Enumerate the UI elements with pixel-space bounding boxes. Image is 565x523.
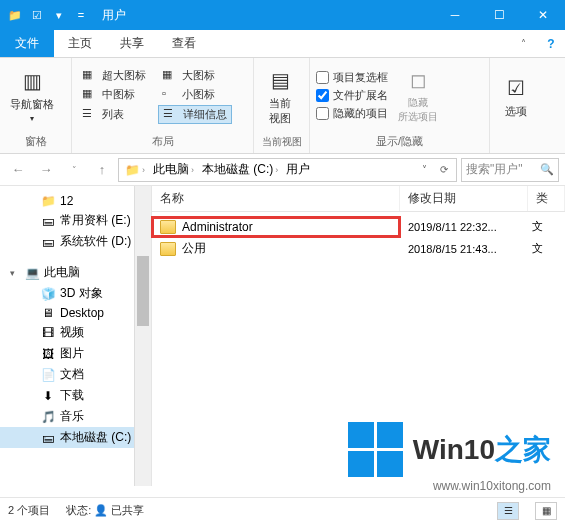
- hide-icon: ◻: [402, 66, 434, 94]
- ribbon-group-options: ☑ 选项: [490, 58, 565, 153]
- minimize-button[interactable]: ─: [433, 0, 477, 30]
- folder-icon: 📁: [6, 6, 24, 24]
- tree-item[interactable]: 🎵音乐: [0, 406, 151, 427]
- tree-item-label: 文档: [60, 366, 84, 383]
- hide-selected-button[interactable]: ◻ 隐藏 所选项目: [394, 64, 442, 126]
- file-name: 公用: [182, 240, 206, 257]
- current-view-icon: ▤: [264, 66, 296, 94]
- qat-divider: ▾: [50, 6, 68, 24]
- layout-medium[interactable]: ▦中图标: [78, 86, 150, 103]
- view-details-button[interactable]: ☰: [497, 502, 519, 520]
- table-row[interactable]: 公用2018/8/15 21:43...文: [152, 237, 565, 260]
- tree-item[interactable]: 📄文档: [0, 364, 151, 385]
- tree-item[interactable]: 🖴本地磁盘 (C:): [0, 427, 151, 448]
- current-view-button[interactable]: ▤ 当前 视图: [260, 64, 300, 128]
- refresh-button[interactable]: ⟳: [434, 164, 454, 175]
- address-bar: ← → ˅ ↑ 📁› 此电脑› 本地磁盘 (C:)› 用户 ˅ ⟳ 搜索"用户"…: [0, 154, 565, 186]
- ribbon-collapse-button[interactable]: ˄: [509, 30, 537, 57]
- tree-item[interactable]: 🎞视频: [0, 322, 151, 343]
- pictures-icon: 🖼: [40, 347, 56, 361]
- breadcrumb-root-icon[interactable]: 📁›: [121, 163, 149, 177]
- tree-item-label: Desktop: [60, 306, 104, 320]
- up-button[interactable]: ↑: [90, 158, 114, 182]
- tree-item-label: 系统软件 (D:): [60, 233, 131, 250]
- tree-item-label: 图片: [60, 345, 84, 362]
- window-title: 用户: [96, 7, 433, 24]
- drive-icon: 🖴: [40, 214, 56, 228]
- search-icon: 🔍: [540, 163, 554, 176]
- tree-item-label: 3D 对象: [60, 285, 103, 302]
- downloads-icon: ⬇: [40, 389, 56, 403]
- tree-scrollbar[interactable]: [134, 186, 151, 486]
- extra-large-icon: ▦: [82, 68, 98, 82]
- history-dropdown[interactable]: ˅: [62, 158, 86, 182]
- nav-pane-button[interactable]: ▥ 导航窗格 ▾: [6, 65, 58, 125]
- docs-icon: 📄: [40, 368, 56, 382]
- layout-list[interactable]: ☰列表: [78, 105, 150, 124]
- col-date[interactable]: 修改日期: [400, 186, 528, 211]
- tree-item-label: 视频: [60, 324, 84, 341]
- medium-icon: ▦: [82, 87, 98, 101]
- tree-item[interactable]: ⬇下载: [0, 385, 151, 406]
- tree-item[interactable]: 📁12: [0, 192, 151, 210]
- ribbon-group-layout: ▦超大图标 ▦大图标 ▦中图标 ▫小图标 ☰列表 ☰详细信息 布局: [72, 58, 254, 153]
- folder-icon: [160, 242, 176, 256]
- folder-icon: [160, 220, 176, 234]
- drive-icon: 🖴: [40, 235, 56, 249]
- checkbox-icon[interactable]: ☑: [28, 6, 46, 24]
- group-label-current-view: 当前视图: [254, 133, 309, 153]
- chk-hidden-items[interactable]: 隐藏的项目: [316, 106, 388, 121]
- title-bar: 📁 ☑ ▾ = 用户 ─ ☐ ✕: [0, 0, 565, 30]
- tree-item[interactable]: 🧊3D 对象: [0, 283, 151, 304]
- tree-item[interactable]: 🖴常用资料 (E:): [0, 210, 151, 231]
- ribbon-group-showhide: 项目复选框 文件扩展名 隐藏的项目 ◻ 隐藏 所选项目 显示/隐藏: [310, 58, 490, 153]
- chk-file-extensions[interactable]: 文件扩展名: [316, 88, 388, 103]
- list-icon: ☰: [82, 107, 98, 121]
- maximize-button[interactable]: ☐: [477, 0, 521, 30]
- file-list: 名称 修改日期 类 Administrator2019/8/11 22:32..…: [152, 186, 565, 486]
- tab-share[interactable]: 共享: [106, 30, 158, 57]
- layout-large[interactable]: ▦大图标: [158, 67, 232, 84]
- tab-home[interactable]: 主页: [54, 30, 106, 57]
- tree-item-label: 12: [60, 194, 73, 208]
- help-button[interactable]: ?: [537, 30, 565, 57]
- breadcrumb-seg-2[interactable]: 用户: [282, 161, 314, 178]
- forward-button[interactable]: →: [34, 158, 58, 182]
- col-name[interactable]: 名称: [152, 186, 400, 211]
- ribbon-group-current-view: ▤ 当前 视图 当前视图: [254, 58, 310, 153]
- tree-item[interactable]: 🖼图片: [0, 343, 151, 364]
- 3d-icon: 🧊: [40, 287, 56, 301]
- back-button[interactable]: ←: [6, 158, 30, 182]
- breadcrumb[interactable]: 📁› 此电脑› 本地磁盘 (C:)› 用户 ˅ ⟳: [118, 158, 457, 182]
- content-area: 📁12🖴常用资料 (E:)🖴系统软件 (D:)▾💻此电脑🧊3D 对象🖥Deskt…: [0, 186, 565, 486]
- tree-twisty[interactable]: ▾: [10, 268, 20, 278]
- large-icon: ▦: [162, 68, 178, 82]
- ribbon: ▥ 导航窗格 ▾ 窗格 ▦超大图标 ▦大图标 ▦中图标 ▫小图标 ☰列表 ☰详细…: [0, 58, 565, 154]
- breadcrumb-dropdown[interactable]: ˅: [414, 164, 434, 175]
- col-type[interactable]: 类: [528, 186, 565, 211]
- tab-file[interactable]: 文件: [0, 30, 54, 57]
- search-input[interactable]: 搜索"用户" 🔍: [461, 158, 559, 182]
- video-icon: 🎞: [40, 326, 56, 340]
- breadcrumb-seg-0[interactable]: 此电脑›: [149, 161, 198, 178]
- folder-icon: 📁: [40, 194, 56, 208]
- tree-item-label: 此电脑: [44, 264, 80, 281]
- tab-view[interactable]: 查看: [158, 30, 210, 57]
- chk-item-checkboxes[interactable]: 项目复选框: [316, 70, 388, 85]
- table-row[interactable]: Administrator2019/8/11 22:32...文: [152, 216, 565, 237]
- details-icon: ☰: [163, 107, 179, 121]
- layout-extra-large[interactable]: ▦超大图标: [78, 67, 150, 84]
- options-button[interactable]: ☑ 选项: [496, 72, 536, 121]
- pin-icon[interactable]: =: [72, 6, 90, 24]
- tree-item[interactable]: ▾💻此电脑: [0, 262, 151, 283]
- layout-details[interactable]: ☰详细信息: [158, 105, 232, 124]
- nav-tree[interactable]: 📁12🖴常用资料 (E:)🖴系统软件 (D:)▾💻此电脑🧊3D 对象🖥Deskt…: [0, 186, 152, 486]
- tree-item[interactable]: 🖴系统软件 (D:): [0, 231, 151, 252]
- tree-item[interactable]: 🖥Desktop: [0, 304, 151, 322]
- column-headers: 名称 修改日期 类: [152, 186, 565, 212]
- breadcrumb-seg-1[interactable]: 本地磁盘 (C:)›: [198, 161, 282, 178]
- layout-small[interactable]: ▫小图标: [158, 86, 232, 103]
- view-icons-button[interactable]: ▦: [535, 502, 557, 520]
- tree-item-label: 音乐: [60, 408, 84, 425]
- close-button[interactable]: ✕: [521, 0, 565, 30]
